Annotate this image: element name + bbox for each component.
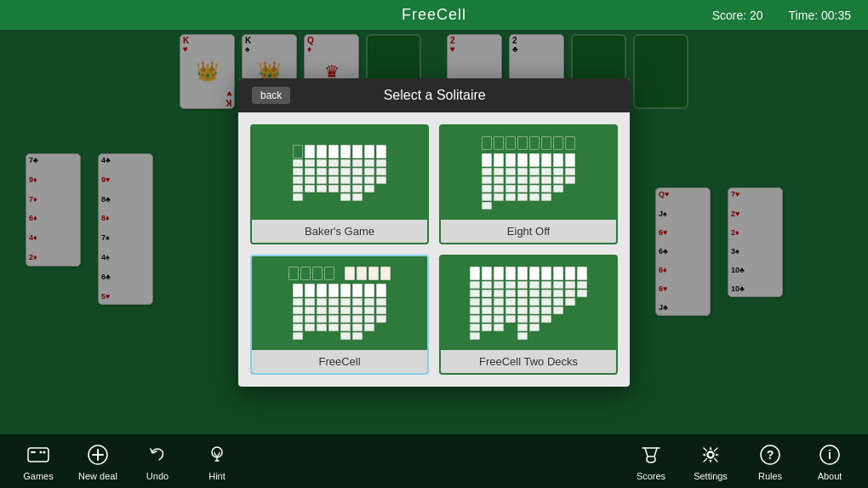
rules-label: Rules	[758, 471, 782, 481]
svg-point-13	[708, 452, 713, 457]
bakers-game-preview	[252, 126, 427, 220]
back-button[interactable]: back	[252, 87, 290, 104]
modal-overlay: back Select a Solitaire	[0, 30, 868, 434]
scores-icon	[638, 442, 664, 468]
freecell-preview	[252, 256, 427, 350]
scores-button[interactable]: Scores	[621, 434, 681, 488]
hint-icon	[204, 442, 230, 468]
freecell-two-label: FreeCell Two Decks	[441, 350, 616, 373]
svg-point-3	[43, 451, 46, 453]
eight-off-preview	[441, 126, 616, 220]
header: FreeCell Score: 20 Time: 00:35	[0, 0, 868, 30]
time-display: Time: 00:35	[789, 9, 851, 22]
app-title: FreeCell	[402, 6, 466, 24]
select-solitaire-modal: back Select a Solitaire	[238, 78, 630, 387]
games-label: Games	[23, 471, 53, 481]
settings-label: Settings	[694, 471, 728, 481]
about-label: About	[818, 471, 842, 481]
svg-point-7	[212, 447, 222, 457]
undo-label: Undo	[146, 471, 168, 481]
toolbar-left: Games New deal Undo	[9, 434, 247, 488]
modal-body: Baker's Game	[238, 112, 630, 387]
toolbar-right: Scores Settings	[621, 434, 859, 488]
settings-icon	[698, 442, 723, 468]
game-option-bakers-game[interactable]: Baker's Game	[250, 124, 429, 244]
svg-point-2	[40, 451, 43, 453]
modal-title: Select a Solitaire	[304, 88, 565, 103]
rules-icon: ?	[757, 442, 783, 468]
new-deal-label: New deal	[78, 471, 117, 481]
score-display: Score: 20	[712, 9, 763, 22]
game-option-freecell[interactable]: FreeCell	[250, 255, 429, 375]
bakers-game-label: Baker's Game	[252, 220, 427, 243]
rules-button[interactable]: ? Rules	[740, 434, 800, 488]
new-deal-button[interactable]: New deal	[68, 434, 128, 488]
about-icon: i	[817, 442, 842, 468]
svg-text:?: ?	[767, 448, 774, 462]
undo-icon	[145, 442, 170, 468]
new-deal-icon	[85, 442, 111, 468]
hint-label: Hint	[208, 471, 226, 481]
svg-rect-0	[28, 448, 49, 462]
freecell-label: FreeCell	[252, 350, 427, 373]
svg-text:i: i	[828, 448, 831, 462]
modal-header: back Select a Solitaire	[238, 78, 630, 112]
scores-label: Scores	[637, 471, 665, 481]
settings-button[interactable]: Settings	[681, 434, 740, 488]
game-option-eight-off[interactable]: Eight Off	[439, 124, 618, 244]
header-stats: Score: 20 Time: 00:35	[712, 9, 851, 22]
toolbar: Games New deal Undo	[0, 434, 868, 488]
svg-rect-1	[31, 451, 36, 453]
games-button[interactable]: Games	[9, 434, 68, 488]
eight-off-label: Eight Off	[441, 220, 616, 243]
freecell-two-preview	[441, 256, 616, 350]
about-button[interactable]: i About	[800, 434, 859, 488]
undo-button[interactable]: Undo	[128, 434, 187, 488]
hint-button[interactable]: Hint	[187, 434, 247, 488]
games-icon	[26, 442, 51, 468]
game-option-freecell-two[interactable]: FreeCell Two Decks	[439, 255, 618, 375]
